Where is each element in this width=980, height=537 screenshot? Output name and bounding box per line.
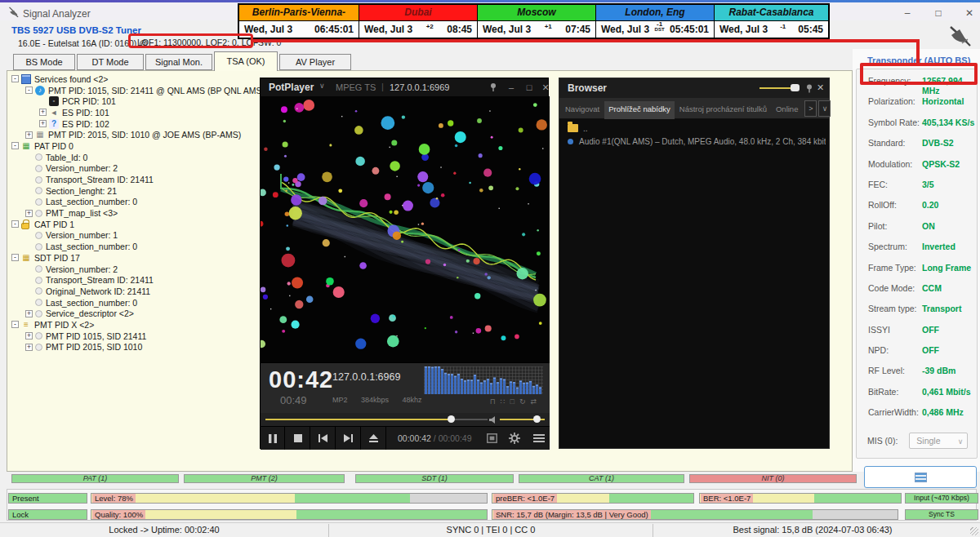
tree-item-label: Services found <2> bbox=[34, 74, 108, 84]
tree-item[interactable]: ▫PCR PID: 101 bbox=[10, 95, 258, 107]
lock-icon bbox=[21, 223, 29, 229]
tree-expander[interactable]: - bbox=[11, 254, 19, 261]
tree-expander[interactable]: + bbox=[25, 310, 33, 317]
previous-button[interactable] bbox=[311, 427, 336, 450]
transponder-label: CarrierWidth: bbox=[868, 407, 922, 417]
tree-item[interactable]: Section_lenght: 21 bbox=[10, 185, 258, 197]
pause-button[interactable] bbox=[261, 427, 285, 450]
tree-item[interactable]: Version_number: 1 bbox=[10, 230, 258, 242]
tree-expander[interactable]: - bbox=[11, 142, 19, 149]
tree-expander[interactable]: + bbox=[25, 344, 33, 351]
tree-item[interactable]: Original_Network ID: 21411 bbox=[10, 286, 258, 297]
tree-expander[interactable]: + bbox=[25, 131, 33, 139]
tree-expander[interactable]: - bbox=[11, 220, 19, 228]
tree-expander[interactable]: + bbox=[39, 109, 47, 116]
tree-expander[interactable]: - bbox=[25, 87, 33, 94]
chevron-down-icon[interactable]: ∨ bbox=[319, 82, 325, 90]
browser-pin-icon[interactable] bbox=[805, 84, 813, 93]
potplayer-minimize-icon[interactable]: – bbox=[504, 82, 519, 93]
tree-item[interactable]: Version_number: 2 bbox=[10, 264, 258, 275]
capture-device-button[interactable] bbox=[864, 466, 977, 488]
transponder-label: Modulation: bbox=[868, 159, 922, 169]
tree-expander[interactable]: + bbox=[39, 120, 47, 127]
tree-expander[interactable]: - bbox=[11, 75, 19, 82]
browser-arrow-button[interactable]: > bbox=[804, 100, 817, 117]
tree-item[interactable]: Version_number: 2 bbox=[10, 163, 258, 175]
potplayer-titlebar[interactable]: PotPlayer ∨ MPEG TS | 127.0.0.1:6969 – □… bbox=[261, 78, 548, 96]
potplayer-close-icon[interactable]: ✕ bbox=[538, 82, 553, 93]
tree-item[interactable]: +◄ES PID: 101 bbox=[10, 107, 258, 118]
tree-item[interactable]: -CAT PID 1 bbox=[10, 219, 258, 230]
tree-item[interactable]: Transport_Stream ID: 21411 bbox=[10, 274, 258, 286]
browser-titlebar[interactable]: Browser ✕ bbox=[559, 78, 829, 98]
tree-item[interactable]: +▦PMT PID: 2015, SID: 1010 @ JOE AMS (BP… bbox=[10, 129, 258, 140]
maximize-button[interactable]: □ bbox=[928, 7, 949, 20]
tree-item[interactable]: +?ES PID: 102 bbox=[10, 118, 258, 130]
browser-tab[interactable]: Nástroj procházení titulků bbox=[675, 101, 771, 119]
video-frame[interactable] bbox=[261, 96, 550, 362]
browser-tab[interactable]: Prohlížeč nabídky bbox=[604, 101, 675, 119]
tree-item[interactable]: -▦SDT PID 17 bbox=[10, 252, 258, 264]
tree-item[interactable]: Last_section_number: 0 bbox=[10, 197, 258, 208]
tree-item-label: Transport_Stream ID: 21411 bbox=[46, 175, 154, 184]
tab-dt-mode[interactable]: DT Mode bbox=[77, 54, 144, 70]
tree-expander[interactable]: - bbox=[11, 321, 19, 328]
browser-tab[interactable]: Online bbox=[772, 101, 802, 119]
tab-signal-mon-[interactable]: Signal Mon. bbox=[145, 54, 212, 70]
mis-select[interactable]: Single∨ bbox=[909, 433, 968, 449]
mini-toolbar-icons[interactable]: ⊓∷□↻⇄ bbox=[490, 397, 541, 406]
tree-item[interactable]: -▦PAT PID 0 bbox=[10, 140, 258, 152]
tree-item[interactable]: +PMT_map_list <3> bbox=[10, 207, 258, 219]
tree-item[interactable]: -Services found <2> bbox=[10, 73, 258, 85]
tree-item[interactable]: Last_section_number: 0 bbox=[10, 241, 258, 252]
browser-tab[interactable]: Navigovat bbox=[561, 101, 604, 119]
tree-expander[interactable]: + bbox=[25, 332, 33, 340]
dot-icon bbox=[35, 187, 42, 194]
stop-button[interactable] bbox=[286, 427, 310, 450]
seek-handle[interactable] bbox=[448, 415, 455, 423]
tree-item[interactable]: Transport_Stream ID: 21411 bbox=[10, 174, 258, 185]
dot-icon bbox=[35, 210, 42, 217]
tree-item[interactable]: +PMT PID 2015, SID 1010 bbox=[10, 342, 258, 353]
stream-tree: -Services found <2>-♪PMT PID: 1015, SID:… bbox=[10, 73, 258, 353]
transponder-row: Spectrum:Inverted bbox=[868, 242, 977, 262]
playlist-panel-icon[interactable] bbox=[483, 431, 501, 446]
potplayer-maximize-icon[interactable]: □ bbox=[522, 82, 537, 93]
resize-grip[interactable] bbox=[970, 527, 978, 535]
menu-icon[interactable] bbox=[530, 431, 548, 446]
tree-item[interactable]: Table_Id: 0 bbox=[10, 152, 258, 163]
pin-icon[interactable] bbox=[486, 82, 501, 93]
folder-up-item[interactable]: .. bbox=[568, 124, 588, 133]
browser-chevron-button[interactable]: ∨ bbox=[818, 100, 831, 117]
transponder-row: BitRate:0,461 Mbit/s bbox=[868, 387, 977, 407]
audio-track-item[interactable]: Audio #1(QNL AMS) – Dutch, MPEG Audio, 4… bbox=[568, 137, 826, 146]
next-button[interactable] bbox=[336, 427, 361, 450]
tree-item[interactable]: Last_section_number: 0 bbox=[10, 297, 258, 308]
tree-item[interactable]: -♪PMT PID: 1015, SID: 21411 @ QNL AMS (B… bbox=[10, 85, 258, 96]
tab-tsa-ok-[interactable]: TSA (OK) bbox=[214, 51, 278, 71]
gear-icon[interactable] bbox=[506, 431, 523, 446]
tree-item[interactable]: +Service_descriptor <2> bbox=[10, 308, 258, 319]
minimize-button[interactable]: – bbox=[897, 7, 918, 20]
tree-item[interactable]: -≡PMT PID X <2> bbox=[10, 319, 258, 331]
tree-item-label: PMT PID X <2> bbox=[34, 320, 94, 330]
tab-av-player[interactable]: AV Player bbox=[279, 54, 351, 70]
tree-item[interactable]: +PMT PID 1015, SID 21411 bbox=[10, 331, 258, 342]
transponder-label: Code Mode: bbox=[868, 283, 922, 293]
transponder-value: 0.20 bbox=[922, 200, 938, 210]
transponder-label: Polarization: bbox=[868, 96, 922, 106]
potplayer-info-panel: 00:42 00:49 127.0.0.1:6969 MP2 384kbps 4… bbox=[261, 362, 550, 413]
volume-icon[interactable] bbox=[489, 416, 497, 424]
volume-handle[interactable] bbox=[533, 415, 541, 423]
clock-time-cell: Wed, Jul 306:45:01 bbox=[239, 21, 359, 38]
dot-icon bbox=[35, 287, 42, 295]
browser-slider-handle[interactable] bbox=[791, 84, 800, 91]
tree-item-label: Version_number: 1 bbox=[46, 230, 118, 240]
tab-bs-mode[interactable]: BS Mode bbox=[13, 54, 75, 70]
close-button[interactable]: ✕ bbox=[959, 7, 980, 20]
clock-date: Wed, Jul 3 bbox=[244, 24, 292, 35]
preber-meter: preBER: <1.0E-7 bbox=[492, 493, 694, 504]
browser-close-icon[interactable]: ✕ bbox=[817, 82, 824, 93]
tree-expander[interactable]: + bbox=[25, 210, 33, 217]
eject-button[interactable] bbox=[362, 427, 386, 450]
